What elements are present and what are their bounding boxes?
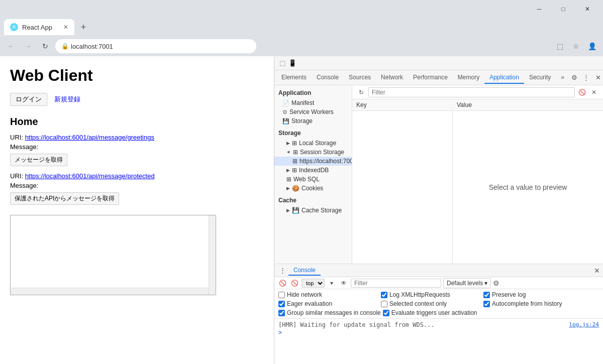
cache-storage-icon: 💾 [292, 207, 299, 214]
option-group-similar[interactable]: Group similar messages in console [278, 309, 381, 316]
sidebar-item-local-storage[interactable]: ▶ ⊞ Local Storage [274, 139, 352, 148]
option-log-xmlhttp[interactable]: Log XMLHttpRequests [381, 291, 481, 298]
sidebar-item-indexeddb[interactable]: ▶ ⊞ IndexedDB [274, 166, 352, 175]
hide-network-checkbox[interactable] [278, 292, 285, 298]
tab-more[interactable]: » [556, 72, 569, 84]
browser-tab[interactable]: R React App ✕ [4, 19, 74, 35]
new-tab-button[interactable]: + [76, 20, 90, 34]
storage-section: Storage ▶ ⊞ Local Storage ▼ ⊞ Session St… [274, 128, 352, 193]
back-button[interactable]: ← [4, 39, 18, 53]
option-eager-eval[interactable]: Eager evaluation [278, 300, 379, 307]
console-filter-input[interactable] [351, 279, 441, 288]
table-key-header: Key [356, 101, 457, 108]
uri-line-1: URI: https://localhost:6001/api/message/… [10, 134, 264, 141]
settings-icon[interactable]: ⚙ [569, 73, 579, 83]
console-close-button[interactable]: ✕ [594, 267, 600, 275]
sidebar-item-cookies[interactable]: ▶ 🍪 Cookies [274, 184, 352, 193]
extensions-icon[interactable]: ⬚ [553, 39, 567, 53]
more-options-icon[interactable]: ⋮ [581, 73, 591, 83]
uri-link-2[interactable]: https://localhost:6001/api/message/prote… [25, 172, 155, 180]
webpage-content: Web Client ログイン 新規登録 Home URI: https://l… [0, 56, 274, 364]
console-tab-label: Console [293, 267, 316, 274]
tab-performance[interactable]: Performance [408, 72, 453, 84]
tab-sources[interactable]: Sources [344, 72, 376, 84]
console-eye-button[interactable]: 👁 [339, 278, 349, 288]
tab-security[interactable]: Security [524, 72, 556, 84]
clear-filter-button[interactable]: 🚫 [577, 87, 587, 97]
maximize-button[interactable]: □ [552, 1, 575, 17]
sidebar-manifest-label: Manifest [291, 99, 314, 106]
console-panel: ⋮ Console ✕ 🚫 🚫 top ▾ 👁 Default levels ▾ [274, 264, 603, 364]
option-evaluate-triggers[interactable]: Evaluate triggers user activation [383, 309, 483, 316]
uri-link-1[interactable]: https://localhost:6001/api/message/greet… [25, 134, 154, 141]
fetch-button-1[interactable]: メッセージを取得 [10, 154, 67, 166]
group-similar-checkbox[interactable] [278, 310, 285, 316]
refresh-filter-button[interactable]: ↻ [356, 87, 366, 97]
preserve-log-checkbox[interactable] [483, 292, 490, 298]
session-storage-expand-icon: ▼ [286, 150, 291, 155]
url-text: localhost:7001 [71, 43, 113, 50]
sidebar-item-cache-storage[interactable]: ▶ 💾 Cache Storage [274, 206, 352, 215]
console-context-select[interactable]: top [301, 279, 325, 288]
preview-area: Select a value to preview [453, 111, 603, 264]
sidebar-item-web-sql[interactable]: ⊞ Web SQL [274, 175, 352, 184]
reload-button[interactable]: ↻ [38, 39, 52, 53]
console-expand-icon[interactable]: > [278, 329, 599, 336]
tab-elements[interactable]: Elements [276, 72, 312, 84]
service-workers-icon: ⚙ [282, 109, 287, 115]
sidebar-item-manifest[interactable]: 📄 Manifest [274, 98, 352, 107]
selected-context-checkbox[interactable] [381, 301, 387, 307]
evaluate-triggers-checkbox[interactable] [383, 310, 389, 316]
console-clear-button[interactable]: 🚫 [277, 278, 287, 288]
sidebar-session-storage-label: Session Storage [300, 149, 344, 156]
detach-icon[interactable]: ✕ [593, 73, 603, 83]
sidebar-localhost-label: https://localhost:7001 [299, 158, 352, 165]
register-button[interactable]: 新規登録 [49, 93, 85, 106]
console-levels-select[interactable]: Default levels ▾ [443, 278, 491, 288]
log-xmlhttp-checkbox[interactable] [381, 292, 387, 298]
tab-console[interactable]: Console [312, 72, 344, 84]
console-options-icon[interactable]: ⋮ [277, 266, 287, 276]
localhost-icon: ⊞ [292, 158, 297, 165]
close-button[interactable]: ✕ [576, 1, 599, 17]
device-icon[interactable]: 📱 [287, 58, 297, 68]
address-bar[interactable]: 🔒 localhost:7001 [55, 39, 256, 53]
sidebar-item-storage[interactable]: 💾 Storage [274, 116, 352, 126]
tab-close-button[interactable]: ✕ [63, 24, 68, 31]
manifest-icon: 📄 [282, 100, 289, 106]
autocomplete-checkbox[interactable] [483, 301, 490, 307]
sidebar-item-session-storage[interactable]: ▼ ⊞ Session Storage [274, 148, 352, 157]
console-messages: [HMR] Waiting for update signal from WDS… [274, 319, 603, 364]
close-filter-button[interactable]: ✕ [589, 87, 599, 97]
scrollbar-vertical[interactable] [209, 215, 216, 295]
uri-label-2: URI: [10, 172, 23, 180]
table-value-header: Value [457, 101, 599, 108]
option-autocomplete[interactable]: Autocomplete from history [483, 300, 584, 307]
profile-icon[interactable]: 👤 [585, 39, 599, 53]
eager-eval-checkbox[interactable] [278, 301, 285, 307]
forward-button[interactable]: → [21, 39, 35, 53]
console-block-icon[interactable]: 🚫 [289, 278, 299, 288]
fetch-button-2[interactable]: 保護されたAPIからメッセージを取得 [10, 192, 119, 205]
tab-network[interactable]: Network [376, 72, 408, 84]
bookmark-icon[interactable]: ☆ [569, 39, 583, 53]
console-tab[interactable]: Console [288, 266, 321, 276]
home-section-title: Home [10, 116, 264, 128]
console-gear-icon[interactable]: ⚙ [493, 279, 499, 287]
console-context-dropdown[interactable]: ▾ [327, 278, 337, 288]
console-msg-link[interactable]: log.js:24 [569, 321, 599, 328]
inspect-icon[interactable]: ⬚ [277, 58, 287, 68]
sidebar-item-localhost-7001[interactable]: ⊞ https://localhost:7001 [274, 157, 352, 166]
scrollbar-horizontal[interactable] [11, 288, 209, 295]
tab-application[interactable]: Application [484, 72, 524, 84]
cookies-icon: 🍪 [292, 185, 299, 192]
filter-input[interactable] [368, 87, 575, 97]
tab-memory[interactable]: Memory [453, 72, 484, 84]
option-preserve-log[interactable]: Preserve log [483, 291, 584, 298]
minimize-button[interactable]: ─ [528, 1, 551, 17]
sidebar-item-service-workers[interactable]: ⚙ Service Workers [274, 107, 352, 116]
login-button[interactable]: ログイン [10, 93, 47, 106]
devtools-panel: ⬚ 📱 Elements Console Sources Network Per… [274, 56, 603, 364]
option-selected-context[interactable]: Selected context only [381, 300, 481, 307]
option-hide-network[interactable]: Hide network [278, 291, 379, 298]
